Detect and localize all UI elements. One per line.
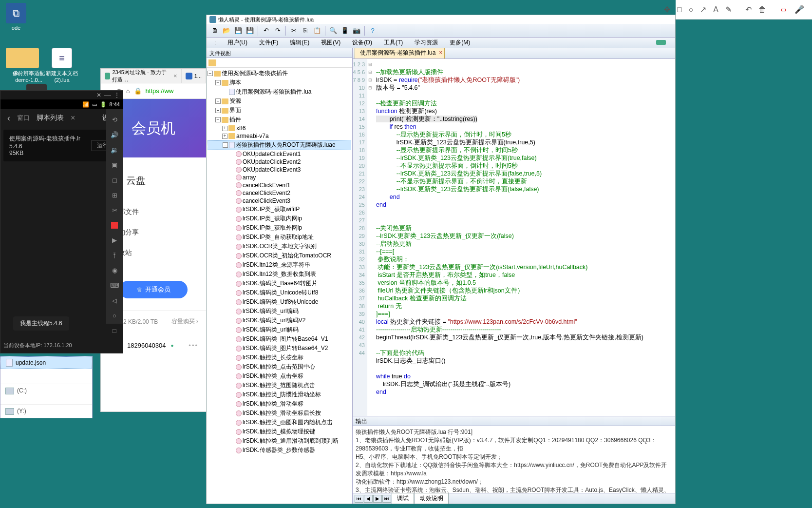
file-item-selected[interactable]: update.json [0,356,92,369]
tree-armeabi[interactable]: +armeabi-v7a [208,132,351,140]
browser-tab-2345[interactable]: 2345网址导航 - 致力于打造…× [101,69,182,83]
cut-icon[interactable]: ✂ [288,25,299,36]
nav-all-files[interactable]: 全部文件 [111,202,196,222]
editor-tab[interactable]: 使用案例源码-老狼孩插件.lua× [355,48,445,59]
tree-fn[interactable]: lrSDK.触控类_范围随机点击 [208,381,351,390]
menu-learn[interactable]: 学习资源 [410,38,443,48]
tree-fn[interactable]: lrSDK.触控类_点击范围中心 [208,362,351,371]
screenshot-icon[interactable]: ◻ [110,176,119,184]
file-tree[interactable]: −使用案例源码-老狼孩插件 −脚本 使用案例源码-老狼孩插件.lua +资源 +… [207,68,352,504]
tree-fn[interactable]: lrSDK.OCR类_本地文字识别 [208,242,351,251]
browser-tab-baidu[interactable]: 1... [182,69,206,83]
nav-first-icon[interactable]: ⏮ [355,495,363,503]
location-icon[interactable]: ◉ [110,267,119,274]
editor[interactable]: 1 2 3 4 5 6 7 8 9 10 11 12 13 14 15 16 1… [353,59,675,416]
back-icon[interactable]: ‹ [7,113,10,123]
tree-fn[interactable]: lrSDK.触控类_通用滑动到底到顶判断 [208,436,351,446]
tree-fn[interactable]: OKUpdateClickEvent1 [208,150,351,158]
tree-file-main[interactable]: 使用案例源码-老狼孩插件.lua [208,87,351,97]
trash-icon[interactable]: 🗑 [758,4,766,15]
device-icon[interactable]: 📱 [340,25,350,36]
find-icon[interactable]: 🔍 [328,25,339,36]
save-all-icon[interactable]: 💾 [245,25,255,36]
cam-off-icon[interactable]: ⦻ [780,4,788,15]
menu-more[interactable]: 更多(M) [445,38,475,48]
tab-close-icon[interactable]: × [173,72,177,79]
mic-off-icon[interactable]: 🎤 [794,4,804,15]
tree-fn[interactable]: lrSDK.编码类_图片转Base64_V2 [208,344,351,353]
tree-fn[interactable]: cancelClickEvent2 [208,189,351,197]
play-icon[interactable]: ▶ [110,236,119,244]
pointer-icon[interactable]: ✥ [664,4,670,15]
tree-fn[interactable]: lrSDK.触控类_滑动坐标后长按 [208,409,351,418]
home-icon[interactable]: ○ [110,312,119,319]
rotate-icon[interactable]: ⟲ [110,116,119,123]
menu-view[interactable]: 视图(V) [316,38,345,48]
tree-x86[interactable]: +x86 [208,124,351,132]
tree-root[interactable]: −使用案例源码-老狼孩插件 [208,69,351,78]
tree-fn[interactable]: lrSDK.编码类_url解码 [208,325,351,334]
nav-share[interactable]: 我的分享 [111,222,196,243]
tree-fn[interactable]: lrSDK.传感器类_步数传感器 [208,446,351,455]
redo-icon[interactable]: ↷ [272,25,283,36]
menu-tools[interactable]: 工具(T) [379,38,408,48]
save-icon[interactable]: 💾 [233,25,244,36]
nav-next-icon[interactable]: ▶ [373,495,382,503]
crop-icon[interactable]: ▣ [110,161,119,169]
new-icon[interactable]: 🗎 [209,25,220,36]
tree-fn[interactable]: lrSDK.触控类_模拟物理按键 [208,427,351,436]
storage-buy[interactable]: 容量购买 › [171,317,198,326]
more-icon[interactable]: ••• [189,342,198,349]
recent-icon[interactable]: □ [110,327,119,334]
tree-fn[interactable]: cancelClickEvent1 [208,181,351,189]
script-item[interactable]: 使用案例源码-老狼孩插件.lr 5.4.6 95KB 运行 [3,130,120,161]
drive-c[interactable]: (C:) [0,384,92,397]
tree-fn[interactable]: lrSDK.编码类_url编码V2 [208,316,351,325]
tree-fn[interactable]: OKUpdateClickEvent3 [208,166,351,174]
tree-fn[interactable]: lrSDK.ltn12类_数据收集到表 [208,270,351,279]
tree-group-res[interactable]: +资源 [208,97,351,106]
tree-fn[interactable]: OKUpdateClickEvent2 [208,158,351,166]
tree-fn[interactable]: lrSDK.编码类_url编码 [208,307,351,316]
tree-group-script[interactable]: −脚本 [208,78,351,87]
back-icon[interactable]: ◁ [110,297,119,304]
tree-fn[interactable]: array [208,174,351,181]
tree-fn[interactable]: lrSDK.触控类_画圆和圆内随机点击 [208,418,351,427]
square-icon[interactable]: □ [677,4,682,15]
tree-fn[interactable]: lrSDK.编码类_Base64转图片 [208,279,351,288]
desktop-icon[interactable]: ⧉ ode [0,3,32,31]
home-icon[interactable]: ⌂ [126,87,130,95]
tree-fn[interactable]: lrSDK.编码类_Utf8转Unicode [208,297,351,307]
menu-file[interactable]: 文件(F) [254,38,283,48]
tree-fn[interactable]: lrSDK.触控类_滑动坐标 [208,399,351,409]
upload-icon[interactable]: ⭱ [110,252,119,259]
menu-device[interactable]: 设备(D) [347,38,377,48]
apk-icon[interactable]: ⊞ [110,192,119,199]
tree-fn[interactable]: lrSDK.IP类_自动获取ip地址 [208,233,351,242]
text-icon[interactable]: A [713,4,718,15]
tree-fn[interactable]: lrSDK.编码类_图片转Base64_V1 [208,334,351,344]
close-icon[interactable]: ✕ [96,92,101,98]
tree-fn[interactable]: lrSDK.IP类_获取wifiIP [208,205,351,214]
keyboard-icon[interactable]: ⌨ [110,282,119,289]
tree-fn[interactable]: lrSDK.ltn12类_来源字符串 [208,260,351,270]
undo-icon[interactable]: ↶ [261,25,271,36]
tab-close-icon[interactable]: × [439,49,442,56]
tree-fn[interactable]: cancelClickEvent3 [208,197,351,205]
tree-fn[interactable]: lrSDK.触控类_点击坐标 [208,371,351,381]
tree-fn[interactable]: lrSDK.触控类_长按坐标 [208,353,351,362]
arrow-icon[interactable]: ↗ [700,4,706,15]
output-body[interactable]: 狼孩插件懒人免ROOT无障碍版.lua 行号:901]1、老狼孩插件懒人免ROO… [353,426,675,493]
vol-down-icon[interactable]: 🔉 [110,146,119,154]
tree-fn[interactable]: lrSDK.触控类_防惯性滑动坐标 [208,390,351,399]
output-tab-debug[interactable]: 调试 [392,493,414,504]
rec-button[interactable] [110,222,119,229]
open-icon[interactable]: 📂 [221,25,232,36]
desktop-icon-file[interactable]: ≡新建文本文档 (2).lua [46,48,78,83]
copy-icon[interactable]: ⎘ [300,25,311,36]
drive-y[interactable]: (Y:) [0,404,92,418]
output-tab-anim[interactable]: 动效说明 [415,493,449,504]
nav-trash[interactable]: 回收站 [111,243,196,263]
nav-last-icon[interactable]: ⏭ [382,495,391,503]
scissors-icon[interactable]: ✂ [110,207,119,214]
